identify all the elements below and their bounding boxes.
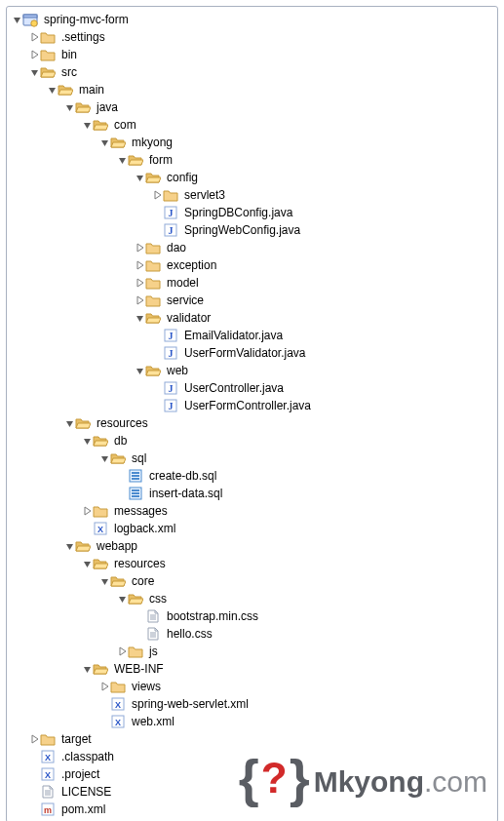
tree-row[interactable]: target [11,730,497,748]
tree-row[interactable]: SpringDBConfig.java [11,204,497,221]
expand-open-icon[interactable] [81,555,93,572]
expand-open-icon[interactable] [134,362,145,379]
expand-closed-icon[interactable] [81,502,93,520]
indent-guide [11,801,28,818]
tree-row[interactable]: .project [11,765,497,783]
folder-open-icon [145,310,161,326]
tree-row[interactable]: core [11,572,497,590]
tree-row[interactable]: sql [11,450,497,467]
expand-open-icon[interactable] [28,63,40,81]
tree-row[interactable]: spring-web-servlet.xml [11,695,497,713]
expand-open-icon[interactable] [116,590,128,607]
indent-guide [63,397,81,414]
tree-row[interactable]: create-db.sql [11,467,497,485]
tree-row[interactable]: resources [11,555,497,572]
folder-open-icon [75,99,91,115]
tree-row[interactable]: com [11,116,497,134]
folder-icon [110,679,126,694]
tree-row[interactable]: servlet3 [11,186,497,204]
tree-row[interactable]: exception [11,256,497,274]
tree-row[interactable]: UserFormValidator.java [11,344,497,362]
tree-row[interactable]: messages [11,502,497,520]
expand-open-icon[interactable] [46,81,58,98]
tree-row[interactable]: .settings [11,28,497,46]
java-icon [163,222,178,238]
expand-open-icon[interactable] [11,11,22,28]
tree-item-label: .classpath [59,748,116,765]
expand-open-icon[interactable] [81,660,93,678]
tree-row[interactable]: model [11,274,497,292]
indent-guide [11,151,28,169]
expand-open-icon[interactable] [63,537,75,555]
tree-row[interactable]: UserFormController.java [11,397,497,414]
tree-item-label: servlet3 [182,186,227,204]
tree-item-label: css [147,590,169,607]
expand-open-icon[interactable] [134,309,145,327]
tree-row[interactable]: bin [11,46,497,63]
expand-open-icon[interactable] [81,432,93,450]
tree-row[interactable]: js [11,643,497,660]
tree-row[interactable]: web [11,362,497,379]
tree-row[interactable]: bootstrap.min.css [11,607,497,625]
tree-row[interactable]: LICENSE [11,783,497,801]
indent-guide [28,134,46,151]
expand-closed-icon[interactable] [28,28,40,46]
tree-row[interactable]: validator [11,309,497,327]
expand-open-icon[interactable] [134,169,145,186]
expand-open-icon[interactable] [98,450,110,467]
tree-row[interactable]: webapp [11,537,497,555]
tree-row[interactable]: web.xml [11,713,497,730]
tree-row[interactable]: .classpath [11,748,497,765]
expand-closed-icon[interactable] [116,643,128,660]
expand-closed-icon[interactable] [134,292,145,309]
tree-row[interactable]: dao [11,239,497,256]
tree-row[interactable]: src [11,63,497,81]
tree-row[interactable]: EmailValidator.java [11,327,497,344]
indent-guide [11,116,28,134]
expand-closed-icon[interactable] [134,256,145,274]
indent-guide [28,362,46,379]
expand-closed-icon[interactable] [134,239,145,256]
expand-closed-icon[interactable] [98,678,110,695]
indent-guide [28,397,46,414]
expand-open-icon[interactable] [116,151,128,169]
tree-row[interactable]: spring-mvc-form [11,11,497,28]
expand-closed-icon[interactable] [28,46,40,63]
tree-row[interactable]: service [11,292,497,309]
tree-row[interactable]: mkyong [11,134,497,151]
indent-guide [46,379,63,397]
tree-row[interactable]: db [11,432,497,450]
expand-open-icon[interactable] [81,116,93,134]
tree-row[interactable]: SpringWebConfig.java [11,221,497,239]
tree-row[interactable]: WEB-INF [11,660,497,678]
expand-open-icon[interactable] [63,98,75,116]
java-icon [163,398,178,413]
tree-row[interactable]: logback.xml [11,520,497,537]
expand-closed-icon[interactable] [134,274,145,292]
expand-open-icon[interactable] [98,572,110,590]
tree-item-label: com [112,116,138,134]
tree-row[interactable]: insert-data.sql [11,485,497,502]
tree-row[interactable]: UserController.java [11,379,497,397]
indent-guide [63,379,81,397]
tree-row[interactable]: config [11,169,497,186]
indent-guide [116,607,134,625]
indent-guide [63,432,81,450]
indent-guide [11,485,28,502]
tree-row[interactable]: resources [11,414,497,432]
tree-row[interactable]: main [11,81,497,98]
tree-row[interactable]: java [11,98,497,116]
expand-none [116,467,128,485]
expand-closed-icon[interactable] [28,730,40,748]
tree-row[interactable]: css [11,590,497,607]
expand-closed-icon[interactable] [151,186,163,204]
tree-row[interactable]: hello.css [11,625,497,643]
expand-open-icon[interactable] [63,414,75,432]
tree-row[interactable]: views [11,678,497,695]
indent-guide [28,379,46,397]
tree-row[interactable]: form [11,151,497,169]
expand-open-icon[interactable] [98,134,110,151]
tree-row[interactable]: pom.xml [11,801,497,818]
indent-guide [81,151,98,169]
indent-guide [134,221,151,239]
